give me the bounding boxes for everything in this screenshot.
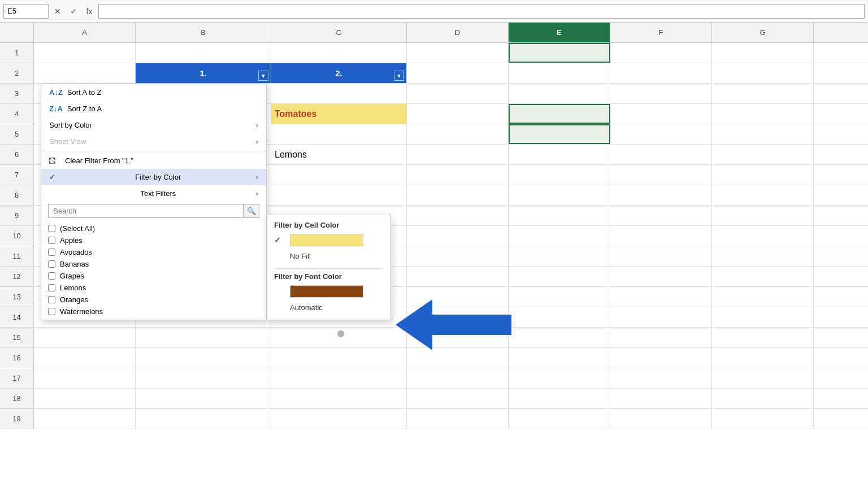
checkbox-watermelons[interactable] [48, 308, 55, 315]
check-bananas[interactable]: Bananas [48, 258, 259, 270]
row-header-14[interactable]: 14 [0, 307, 34, 327]
cell-a1[interactable] [34, 43, 136, 63]
col-header-b[interactable]: B [136, 23, 271, 42]
search-input[interactable] [49, 204, 243, 217]
cell-e6[interactable] [509, 145, 610, 164]
row-header-1[interactable]: 1 [0, 43, 34, 63]
cell-e2[interactable] [509, 63, 610, 83]
row-header-7[interactable]: 7 [0, 165, 34, 185]
sort-za-item[interactable]: Z↓A Sort Z to A [41, 101, 266, 117]
checkbox-avocados[interactable] [48, 249, 55, 256]
cell-reference-box[interactable]: E5 [3, 4, 49, 19]
checkbox-select-all[interactable] [48, 225, 55, 232]
filter-color-label: Filter by Color [135, 173, 181, 181]
check-select-all[interactable]: (Select All) [48, 223, 259, 234]
cell-d5[interactable] [407, 124, 509, 144]
sort-az-item[interactable]: A↓Z Sort A to Z [41, 84, 266, 101]
cell-e3[interactable] [509, 84, 610, 103]
cell-g5[interactable] [712, 124, 814, 144]
cell-e5[interactable] [509, 124, 610, 144]
row-header-11[interactable]: 11 [0, 246, 34, 266]
cell-f3[interactable] [610, 84, 712, 103]
row-header-5[interactable]: 5 [0, 124, 34, 144]
cell-e1[interactable] [509, 43, 610, 63]
cell-f4[interactable] [610, 104, 712, 124]
cell-c5[interactable] [271, 124, 407, 144]
row-header-19[interactable]: 19 [0, 409, 34, 429]
cell-c1[interactable] [271, 43, 407, 63]
font-color-swatch[interactable] [290, 285, 363, 298]
cell-f1[interactable] [610, 43, 712, 63]
clear-filter-item[interactable]: ⛞ Clear Filter From "1." [41, 152, 266, 169]
col-header-e[interactable]: E [509, 23, 610, 42]
cell-c3[interactable] [271, 84, 407, 103]
check-apples[interactable]: Apples [48, 234, 259, 246]
check-lemons[interactable]: Lemons [48, 282, 259, 294]
cell-f2[interactable] [610, 63, 712, 83]
cell-b1[interactable] [136, 43, 271, 63]
checkbox-bananas[interactable] [48, 260, 55, 268]
row-header-6[interactable]: 6 [0, 145, 34, 164]
checkbox-grapes[interactable] [48, 272, 55, 280]
cell-d3[interactable] [407, 84, 509, 103]
col-header-g[interactable]: G [712, 23, 814, 42]
checkbox-lemons[interactable] [48, 284, 55, 291]
filter-button-c2[interactable]: ▼ [394, 71, 404, 81]
cell-d1[interactable] [407, 43, 509, 63]
col-header-c[interactable]: C [271, 23, 407, 42]
row-header-10[interactable]: 10 [0, 226, 34, 246]
cell-b2[interactable]: 1. ▼ [136, 63, 271, 83]
cell-color-swatch[interactable] [290, 234, 363, 246]
search-button[interactable]: 🔍 [243, 204, 259, 217]
check-grapes[interactable]: Grapes [48, 270, 259, 282]
cancel-button[interactable]: ✕ [51, 5, 64, 18]
text-filters-item[interactable]: Text Filters › [41, 185, 266, 202]
sheet-view-item[interactable]: Sheet View › [41, 133, 266, 150]
cell-a2[interactable] [34, 63, 136, 83]
row-header-2[interactable]: 2 [0, 63, 34, 83]
font-color-row[interactable]: ✓ [274, 285, 384, 298]
row-header-3[interactable]: 3 [0, 84, 34, 103]
row-header-4[interactable]: 4 [0, 104, 34, 124]
filter-button-b2[interactable]: ▼ [258, 71, 268, 81]
col-header-a[interactable]: A [34, 23, 136, 42]
cell-d4[interactable] [407, 104, 509, 124]
cell-c6[interactable]: Lemons [271, 145, 407, 164]
cell-g4[interactable] [712, 104, 814, 124]
check-oranges[interactable]: Oranges [48, 294, 259, 306]
checkbox-oranges[interactable] [48, 296, 55, 303]
row-header-8[interactable]: 8 [0, 185, 34, 205]
check-watermelons[interactable]: Watermelons [48, 306, 259, 317]
formula-input[interactable] [98, 4, 865, 19]
cell-f5[interactable] [610, 124, 712, 144]
cell-d2[interactable] [407, 63, 509, 83]
cell-color-row[interactable]: ✓ [274, 234, 384, 246]
row-header-12[interactable]: 12 [0, 267, 34, 286]
checkbox-apples[interactable] [48, 237, 55, 244]
filter-color-item[interactable]: ✓ Filter by Color › [41, 169, 266, 185]
cell-g3[interactable] [712, 84, 814, 103]
check-avocados[interactable]: Avocados [48, 246, 259, 258]
confirm-button[interactable]: ✓ [67, 5, 80, 18]
row-header-16[interactable]: 16 [0, 348, 34, 368]
row-header-15[interactable]: 15 [0, 328, 34, 347]
no-fill-option[interactable]: No Fill [274, 250, 384, 265]
col-header-d[interactable]: D [407, 23, 509, 42]
row-header-17[interactable]: 17 [0, 368, 34, 388]
cell-f6[interactable] [610, 145, 712, 164]
no-fill-label: No Fill [290, 252, 311, 260]
cell-e4[interactable] [509, 104, 610, 124]
cell-c4[interactable]: Tomatoes [271, 104, 407, 124]
col-header-f[interactable]: F [610, 23, 712, 42]
fx-button[interactable]: fx [83, 5, 96, 18]
cell-g1[interactable] [712, 43, 814, 63]
automatic-option[interactable]: Automatic [274, 301, 384, 314]
cell-g6[interactable] [712, 145, 814, 164]
row-header-9[interactable]: 9 [0, 206, 34, 225]
cell-d6[interactable] [407, 145, 509, 164]
cell-g2[interactable] [712, 63, 814, 83]
cell-c2[interactable]: 2. ▼ [271, 63, 407, 83]
row-header-13[interactable]: 13 [0, 287, 34, 307]
sort-color-item[interactable]: Sort by Color › [41, 117, 266, 133]
row-header-18[interactable]: 18 [0, 389, 34, 408]
